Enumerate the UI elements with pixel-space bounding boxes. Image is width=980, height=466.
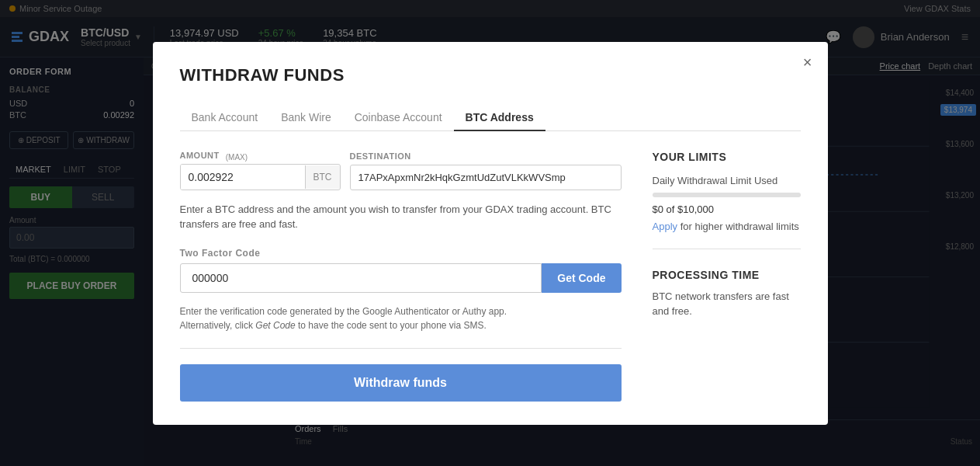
apply-row: Apply for higher withdrawal limits — [653, 219, 801, 233]
coinbase-account-tab[interactable]: Coinbase Account — [343, 105, 454, 131]
limit-amount: $0 of $10,000 — [653, 203, 801, 215]
get-code-italic: Get Code — [255, 320, 295, 331]
processing-title: PROCESSING TIME — [653, 269, 801, 281]
destination-label: DESTINATION — [350, 151, 622, 161]
modal-body: AMOUNT (MAX) BTC DESTINATION Ente — [180, 151, 801, 402]
bank-account-tab[interactable]: Bank Account — [180, 105, 270, 131]
processing-text: BTC network transfers are fast and free. — [653, 289, 801, 319]
modal-left-panel: AMOUNT (MAX) BTC DESTINATION Ente — [180, 151, 622, 402]
withdraw-funds-button[interactable]: Withdraw funds — [180, 364, 622, 402]
divider — [180, 348, 622, 349]
info-text: Enter a BTC address and the amount you w… — [180, 202, 622, 232]
two-factor-note3: to have the code sent to your phone via … — [296, 320, 487, 331]
two-factor-note2: Alternatively, click — [180, 320, 256, 331]
right-divider — [653, 249, 801, 249]
limits-title: YOUR LIMITS — [653, 151, 801, 163]
modal-close-button[interactable]: × — [803, 54, 812, 71]
amount-field-label: AMOUNT — [180, 151, 220, 160]
withdraw-modal: WITHDRAW FUNDS × Bank Account Bank Wire … — [153, 42, 828, 425]
daily-limit-label: Daily Withdrawal Limit Used — [653, 175, 801, 186]
two-factor-row: Get Code — [180, 263, 622, 293]
amount-group: AMOUNT (MAX) BTC — [180, 151, 341, 190]
amount-destination-row: AMOUNT (MAX) BTC DESTINATION — [180, 151, 622, 190]
progress-bar — [653, 193, 801, 197]
destination-group: DESTINATION — [350, 151, 622, 190]
amount-label-wrap: AMOUNT (MAX) — [180, 151, 341, 164]
amount-currency: BTC — [305, 165, 340, 189]
two-factor-section: Two Factor Code Get Code — [180, 248, 622, 293]
btc-address-tab[interactable]: BTC Address — [454, 105, 545, 131]
apply-text: for higher withdrawal limits — [677, 221, 799, 232]
modal-tabs: Bank Account Bank Wire Coinbase Account … — [180, 105, 801, 131]
destination-input[interactable] — [350, 165, 622, 190]
two-factor-label: Two Factor Code — [180, 248, 622, 259]
two-factor-input[interactable] — [180, 263, 542, 293]
bank-wire-tab[interactable]: Bank Wire — [269, 105, 343, 131]
modal-title: WITHDRAW FUNDS — [180, 65, 801, 85]
amount-input-wrap: BTC — [180, 164, 341, 190]
modal-right-panel: YOUR LIMITS Daily Withdrawal Limit Used … — [653, 151, 801, 402]
max-badge: (MAX) — [226, 153, 248, 162]
apply-link[interactable]: Apply — [653, 221, 678, 232]
amount-input[interactable] — [181, 165, 305, 190]
get-code-button[interactable]: Get Code — [542, 263, 621, 293]
two-factor-note: Enter the verification code generated by… — [180, 304, 622, 332]
modal-overlay: WITHDRAW FUNDS × Bank Account Bank Wire … — [0, 0, 980, 466]
